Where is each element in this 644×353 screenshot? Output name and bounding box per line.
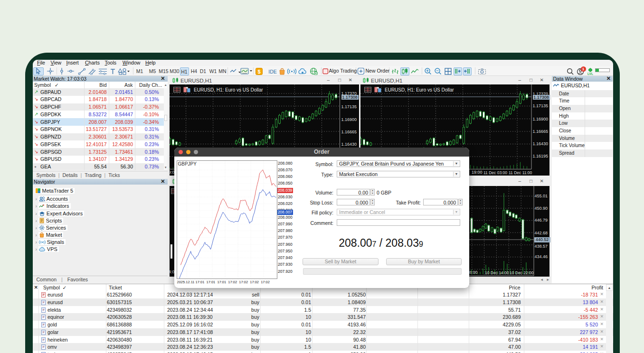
svg-text:IDE: IDE [268,68,277,74]
svg-text:LVL: LVL [587,72,593,75]
svg-text:$: $ [257,68,260,74]
